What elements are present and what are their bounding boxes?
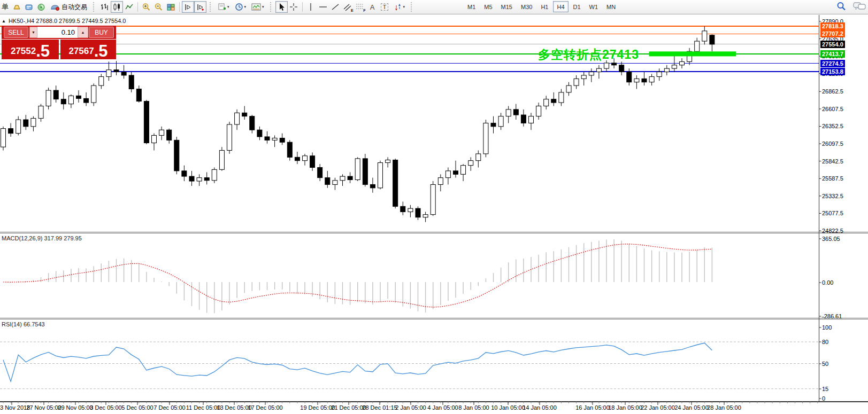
tf-button-mn[interactable]: MN [603, 1, 619, 12]
tile-windows-icon [166, 3, 175, 11]
time-axis-label: 3 Nov 2018 [0, 404, 30, 411]
toolbar-separator [302, 2, 303, 12]
zoom-out-icon [154, 3, 164, 11]
tf-button-h4[interactable]: H4 [553, 1, 568, 12]
collapse-triangle-icon[interactable]: ▲ [2, 19, 6, 24]
macd-indicator-label: MACD(12,26,9) 317.99 279.95 [2, 235, 82, 241]
gold-ingot-icon[interactable] [11, 1, 23, 13]
chat-icon[interactable] [853, 2, 866, 11]
tf-button-d1[interactable]: D1 [570, 1, 585, 12]
time-axis-label: 29 Nov 05:00 [58, 404, 93, 411]
toolbar-grip[interactable] [411, 2, 414, 12]
tf-button-m15[interactable]: M15 [497, 1, 516, 12]
arrows-tool-button[interactable]: ▾ [391, 1, 408, 13]
market-watch-icon [25, 3, 34, 11]
horizontal-line-tool-icon[interactable] [317, 1, 329, 13]
price-axis-label: 26097.5 [822, 140, 843, 147]
template-icon [251, 3, 261, 11]
time-axis-label: 13 Dec 05:00 [217, 404, 251, 411]
channel-subscript-label: E [351, 9, 354, 12]
text-label-tool-icon[interactable]: T [379, 1, 391, 13]
auto-trading-label: 自动交易 [62, 3, 87, 12]
macd-axis-label: 0.00 [822, 279, 833, 286]
toolbar-grip[interactable] [270, 2, 273, 12]
time-axis-label: 21 Dec 05:00 [331, 404, 366, 411]
tf-button-m1[interactable]: M1 [464, 1, 479, 12]
cursor-tool-icon[interactable] [275, 1, 288, 13]
equidistant-channel-tool-icon[interactable]: E [342, 1, 354, 13]
volume-input[interactable] [37, 27, 78, 38]
price-axis-label: 25077.5 [822, 210, 843, 216]
time-axis-label: 18 Jan 05:00 [608, 404, 642, 411]
tf-button-m30[interactable]: M30 [517, 1, 536, 12]
auto-scroll-icon[interactable] [182, 1, 194, 13]
rsi-axis-label: 0 [822, 395, 825, 402]
trendline-tool-icon[interactable] [329, 1, 342, 13]
time-axis-label: 22 Jan 05:00 [641, 404, 675, 411]
templates-button[interactable]: ▾ [249, 1, 267, 13]
chart-canvas[interactable] [0, 0, 868, 414]
periods-button[interactable]: ▾ [232, 1, 249, 13]
crosshair-tool-icon [289, 3, 298, 11]
zoom-out-icon[interactable] [152, 1, 165, 13]
fibo-subscript-label: F [363, 9, 365, 12]
tf-button-w1[interactable]: W1 [586, 1, 602, 12]
buy-button[interactable]: BUY [89, 27, 114, 38]
text-label-glyph: T [381, 3, 389, 11]
auto-trading-button[interactable]: 自动交易 [48, 1, 90, 13]
time-axis-label: 11 Dec 05:00 [186, 404, 221, 411]
zoom-in-icon[interactable] [140, 1, 152, 13]
tf-button-h1[interactable]: H1 [537, 1, 552, 12]
price-level-badge: 27274.5 [820, 60, 845, 67]
auto-scroll-icon [183, 3, 193, 11]
vertical-line-tool-icon[interactable] [305, 1, 317, 13]
price-axis-label: 25332.5 [822, 193, 843, 199]
sell-price-display[interactable]: 27552.5 [2, 40, 59, 59]
line-chart-mode-icon [125, 3, 134, 11]
chart-header: ▲ HK50-,H4 27688.0 27699.5 27449.5 27554… [2, 18, 126, 24]
sell-price-main: 27552 [11, 46, 36, 56]
bar-chart-mode-icon[interactable] [98, 1, 111, 13]
tile-windows-icon[interactable] [165, 1, 177, 13]
text-tool-icon[interactable]: A [366, 1, 379, 13]
time-axis-label: 28 Dec 01:15 [362, 404, 397, 411]
buy-price-main: 27567 [68, 46, 94, 56]
sell-button[interactable]: SELL [4, 27, 28, 38]
tf-button-m5[interactable]: M5 [480, 1, 496, 12]
time-axis-label: 8 Jan 05:00 [458, 404, 489, 411]
search-icon[interactable] [836, 1, 847, 12]
price-axis-label: 26607.5 [822, 106, 843, 112]
radar-signal-icon[interactable] [35, 1, 48, 13]
candlestick-mode-icon [112, 3, 121, 11]
buy-price-display[interactable]: 27567.5 [60, 40, 116, 59]
time-axis-label: 28 Jan 05:00 [707, 404, 741, 411]
candlestick-mode-icon[interactable] [111, 1, 123, 13]
trading-terminal-window: 单 自动交易 [0, 0, 868, 414]
volume-decrease-button[interactable]: ▼ [29, 27, 37, 38]
pivot-highlight-bar [649, 51, 736, 56]
time-axis-label: 4 Jan 05:00 [427, 404, 458, 411]
macd-axis-label: 365.05 [822, 236, 840, 242]
new-chart-button[interactable]: ▾ [215, 1, 232, 13]
timeframe-toolbar: M1M5M15M30H1H4D1W1MN [463, 1, 620, 12]
buy-price-frac: .5 [94, 44, 108, 58]
market-watch-icon[interactable] [23, 1, 35, 13]
menu-fragment-label[interactable]: 单 [2, 2, 9, 12]
one-click-trading-panel: SELL ▼ ▲ BUY 27552.5 27567.5 [2, 26, 116, 59]
pivot-annotation-text[interactable]: 多空转折点27413 [538, 46, 639, 63]
trendline-tool-icon [331, 3, 340, 11]
crosshair-tool-icon[interactable] [288, 1, 300, 13]
dropdown-arrow-icon: ▾ [227, 5, 229, 9]
volume-increase-button[interactable]: ▲ [78, 27, 88, 38]
toolbar-grip[interactable] [93, 2, 96, 12]
line-chart-mode-icon[interactable] [123, 1, 135, 13]
symbol-ohlc-label: HK50-,H4 27688.0 27699.5 27449.5 27554.0 [9, 18, 126, 24]
toolbar: 单 自动交易 [0, 0, 868, 14]
cursor-tool-icon [278, 3, 285, 11]
radar-signal-icon [37, 3, 46, 11]
toolbar-grip[interactable] [210, 2, 213, 12]
price-axis-label: 26862.5 [822, 88, 843, 95]
price-axis-label: 24822.5 [822, 228, 843, 234]
chart-shift-icon[interactable] [194, 1, 206, 13]
fibonacci-tool-icon[interactable]: F [354, 1, 366, 13]
